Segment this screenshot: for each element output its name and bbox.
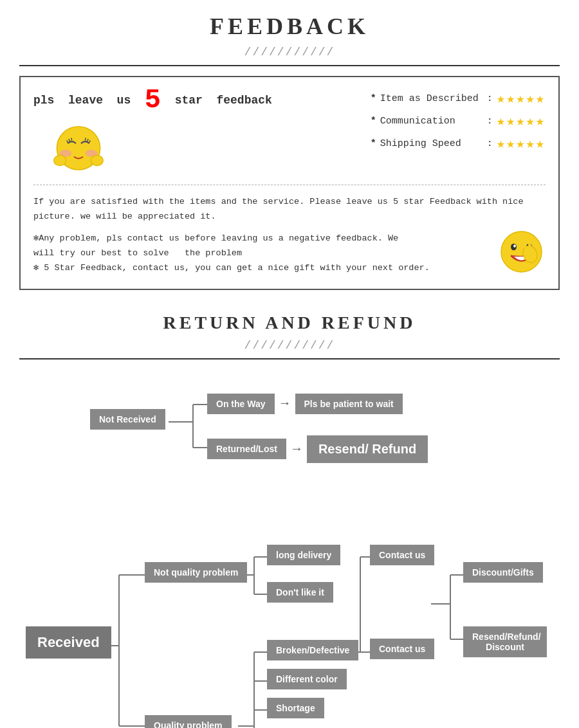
svg-point-12 (511, 244, 517, 251)
returned-lost-row: Returned/Lost → Resend/ Refund (207, 435, 428, 463)
feedback-body-line3: ✻Any problem, pls contact us before leav… (33, 232, 430, 246)
rating-label-communication: Communication (380, 116, 483, 127)
quality-label: Quality problem (145, 715, 232, 728)
svg-point-9 (54, 156, 66, 166)
broken-box: Broken/Defective (267, 640, 358, 660)
feedback-left: pls leave us 5 star feedback (33, 87, 272, 175)
feedback-body-line5: ✻ 5 Star Feedback, contact us, you can g… (33, 261, 430, 276)
pls-text: pls leave us 5 star feedback (33, 87, 272, 114)
big-5: 5 (145, 85, 161, 116)
quality-box: Quality problem (145, 715, 232, 728)
resend-refund-discount-label: Resend/Refund/Discount (463, 626, 547, 657)
not-received-flow: Not Received On the Way → Pls be patient… (19, 376, 560, 491)
refund-divider (19, 358, 560, 359)
rating-label-shipping: Shipping Speed (380, 138, 483, 149)
returned-lost-box: Returned/Lost (207, 439, 286, 459)
stars-communication: ★★★★★ (497, 113, 546, 130)
refund-title: RETURN AND REFUND (0, 313, 579, 333)
feedback-body: If you are satisfied with the items and … (33, 195, 546, 276)
on-the-way-row: On the Way → Pls be patient to wait (207, 394, 403, 414)
feedback-body-lines345: ✻Any problem, pls contact us before leav… (33, 232, 430, 276)
rating-row-shipping: * Shipping Speed : ★★★★★ (371, 135, 546, 152)
rating-label-item: Item as Described (380, 93, 483, 104)
flowchart-section: Not Received On the Way → Pls be patient… (0, 369, 579, 728)
broken-label: Broken/Defective (267, 640, 358, 660)
rating-row-item: * Item as Described : ★★★★★ (371, 90, 546, 107)
feedback-bottom-row: ✻Any problem, pls contact us before leav… (33, 228, 546, 276)
discount-gifts-label: Discount/Gifts (463, 562, 543, 583)
feedback-body-line2: picture. we will be appreciated it. (33, 210, 546, 224)
shortage-label: Shortage (267, 698, 324, 718)
feedback-header: FEEDBACK (0, 0, 579, 43)
on-the-way-box: On the Way (207, 394, 275, 414)
feedback-body-line1: If you are satisfied with the items and … (33, 195, 546, 210)
resend-refund-discount-box: Resend/Refund/Discount (463, 626, 547, 657)
stars-shipping: ★★★★★ (497, 135, 546, 152)
svg-line-8 (85, 138, 86, 140)
diff-color-label: Different color (267, 669, 347, 689)
feedback-zigzag: /////////// (0, 46, 579, 59)
received-svg (19, 511, 560, 728)
contact-us-label: Contact us (370, 639, 434, 659)
resend-refund-box: Resend/ Refund (307, 435, 428, 463)
feedback-divider (19, 65, 560, 66)
emoji-face-blushing (53, 123, 104, 175)
feedback-title: FEEDBACK (0, 13, 579, 40)
patient-wait-box: Pls be patient to wait (295, 394, 403, 414)
dont-like-label: Don't like it (267, 582, 333, 603)
received-box: Received (26, 626, 111, 659)
contact-us-top-label: Contact us (370, 545, 434, 565)
received-label: Received (26, 626, 111, 659)
emoji-face-happy (497, 228, 546, 276)
refund-header: RETURN AND REFUND (0, 303, 579, 336)
not-received-label: Not Received (90, 409, 165, 430)
shortage-box: Shortage (267, 698, 324, 718)
contact-us-top-box: Contact us (370, 545, 434, 565)
not-received-box: Not Received (90, 409, 165, 430)
svg-point-10 (91, 156, 103, 166)
feedback-body-line4: will try our best to solve the problem (33, 246, 430, 261)
stars-item: ★★★★★ (497, 90, 546, 107)
feedback-box: pls leave us 5 star feedback (19, 76, 560, 290)
arrow1: → (281, 396, 289, 411)
svg-point-14 (513, 244, 516, 248)
svg-line-5 (71, 138, 72, 140)
not-quality-box: Not quality problem (145, 562, 247, 583)
long-delivery-label: long delivery (267, 545, 340, 565)
received-flow: Received Not quality problem Quality pro… (19, 511, 560, 728)
arrow2: → (293, 442, 300, 457)
feedback-right: * Item as Described : ★★★★★ * Communicat… (371, 87, 546, 152)
feedback-top: pls leave us 5 star feedback (33, 87, 546, 185)
contact-us-box: Contact us (370, 639, 434, 659)
discount-gifts-box: Discount/Gifts (463, 562, 543, 583)
dont-like-box: Don't like it (267, 582, 333, 603)
long-delivery-box: long delivery (267, 545, 340, 565)
diff-color-box: Different color (267, 669, 347, 689)
rating-row-communication: * Communication : ★★★★★ (371, 113, 546, 130)
not-received-svg (19, 376, 560, 491)
not-quality-label: Not quality problem (145, 562, 247, 583)
refund-zigzag: /////////// (0, 339, 579, 352)
